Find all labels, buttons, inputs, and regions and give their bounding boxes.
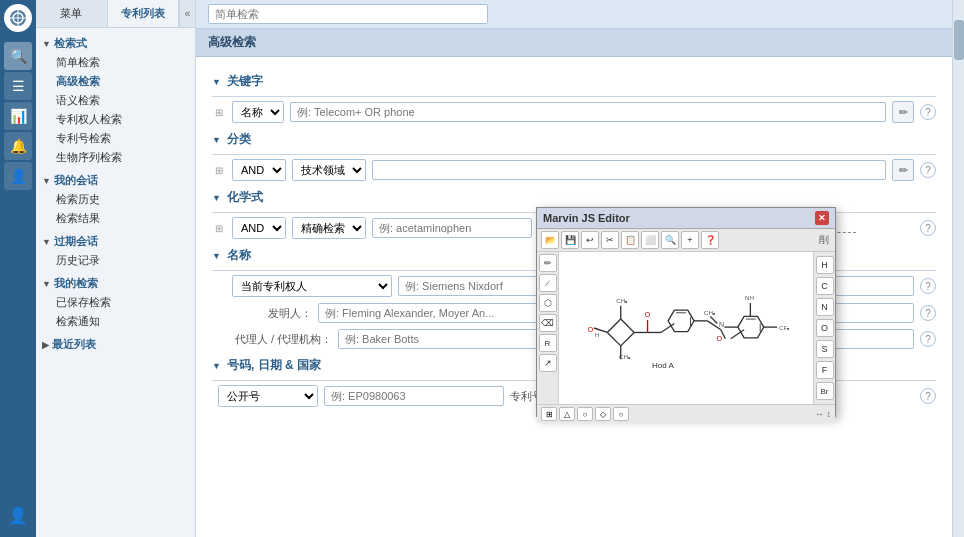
- rail-bell-icon[interactable]: 🔔: [4, 132, 32, 160]
- section-keyword-header[interactable]: ▼ 关键字: [212, 73, 936, 90]
- marvin-select-btn[interactable]: ⬜: [641, 231, 659, 249]
- marvin-N-element[interactable]: N: [816, 298, 834, 316]
- marvin-undo-btn[interactable]: ↩: [581, 231, 599, 249]
- pub-number-help-icon[interactable]: ?: [920, 388, 936, 404]
- tree-section-search: ▼ 检索式 简单检索 高级检索 语义检索 专利权人检索 专利号检索 生物序列检索: [40, 34, 191, 167]
- section-label: 我的检索: [54, 276, 98, 291]
- app-logo: [4, 4, 32, 32]
- section-chemical-label: 化学式: [227, 189, 263, 206]
- classification-input[interactable]: [372, 160, 886, 180]
- marvin-erase-tool[interactable]: ⌫: [539, 314, 557, 332]
- keyword-help-icon[interactable]: ?: [920, 104, 936, 120]
- marvin-O-element[interactable]: O: [816, 319, 834, 337]
- sidebar-item-saved-search[interactable]: 已保存检索: [40, 293, 191, 312]
- tab-menu[interactable]: 菜单: [36, 0, 108, 27]
- svg-text:CH₃: CH₃: [616, 297, 628, 304]
- classification-edit-icon[interactable]: ✏: [892, 159, 914, 181]
- sidebar-item-advanced-search[interactable]: 高级检索: [40, 72, 191, 91]
- svg-line-7: [607, 332, 620, 345]
- svg-line-5: [621, 319, 634, 332]
- pub-number-input[interactable]: [324, 386, 504, 406]
- advanced-search-form: ▼ 关键字 ⊞ 名称 ✏ ? ▼ 分类 ⊞ AN: [196, 57, 952, 537]
- classification-operator-select[interactable]: AND: [232, 159, 286, 181]
- marvin-zoom-btn[interactable]: 🔍: [661, 231, 679, 249]
- tree-section-expired-session-header[interactable]: ▼ 过期会话: [40, 232, 191, 251]
- sidebar-item-simple-search[interactable]: 简单检索: [40, 53, 191, 72]
- keyword-edit-icon[interactable]: ✏: [892, 101, 914, 123]
- marvin-draw-tool[interactable]: ✏: [539, 254, 557, 272]
- user-account-icon[interactable]: 👤: [4, 501, 32, 529]
- marvin-close-button[interactable]: ✕: [815, 211, 829, 225]
- marvin-arrow-tool[interactable]: ↗: [539, 354, 557, 372]
- keyword-field-select[interactable]: 名称: [232, 101, 284, 123]
- sidebar-item-history-records[interactable]: 历史记录: [40, 251, 191, 270]
- classification-help-icon[interactable]: ?: [920, 162, 936, 178]
- marvin-ring-tool[interactable]: ⬡: [539, 294, 557, 312]
- sidebar-item-search-notification[interactable]: 检索通知: [40, 312, 191, 331]
- tree-section-recent-list: ▶ 最近列表: [40, 335, 191, 354]
- chemical-method-select[interactable]: 精确检索: [292, 217, 366, 239]
- rail-chart-icon[interactable]: 📊: [4, 102, 32, 130]
- arrow-icon: ▼: [42, 176, 51, 186]
- marvin-C-element[interactable]: C: [816, 277, 834, 295]
- marvin-copy-btn[interactable]: 📋: [621, 231, 639, 249]
- marvin-bottom-btn-5[interactable]: ○: [613, 407, 629, 421]
- marvin-bottom-btn-1[interactable]: ⊞: [541, 407, 557, 421]
- section-classification-label: 分类: [227, 131, 251, 148]
- marvin-open-btn[interactable]: 📂: [541, 231, 559, 249]
- marvin-bottom-btn-4[interactable]: ◇: [595, 407, 611, 421]
- svg-text:O: O: [588, 326, 594, 334]
- marvin-left-tools: ✏ ⟋ ⬡ ⌫ R ↗: [537, 252, 559, 404]
- marvin-F-element[interactable]: F: [816, 361, 834, 379]
- inventor-help-icon[interactable]: ?: [920, 305, 936, 321]
- sidebar-tree: ▼ 检索式 简单检索 高级检索 语义检索 专利权人检索 专利号检索 生物序列检索…: [36, 28, 195, 537]
- marvin-r-group-tool[interactable]: R: [539, 334, 557, 352]
- marvin-cut-btn[interactable]: ✂: [601, 231, 619, 249]
- assignee-type-select[interactable]: 当前专利权人: [232, 275, 392, 297]
- marvin-save-btn[interactable]: 💾: [561, 231, 579, 249]
- sidebar-item-semantic-search[interactable]: 语义检索: [40, 91, 191, 110]
- tree-section-search-header[interactable]: ▼ 检索式: [40, 34, 191, 53]
- svg-text:Hod A: Hod A: [652, 361, 675, 370]
- section-arrow-icon: ▼: [212, 251, 221, 261]
- simple-search-input[interactable]: [208, 4, 488, 24]
- chemical-operator-select[interactable]: AND: [232, 217, 286, 239]
- sidebar-item-assignee-search[interactable]: 专利权人检索: [40, 110, 191, 129]
- marvin-add-btn[interactable]: +: [681, 231, 699, 249]
- rail-search-icon[interactable]: 🔍: [4, 42, 32, 70]
- scrollbar-thumb[interactable]: [954, 20, 964, 60]
- arrow-icon: ▶: [42, 340, 49, 350]
- marvin-S-element[interactable]: S: [816, 340, 834, 358]
- main-content: 高级检索 ▼ 关键字 ⊞ 名称 ✏ ? ▼ 分类: [196, 0, 952, 537]
- marvin-Br-element[interactable]: Br: [816, 382, 834, 400]
- section-arrow-icon: ▼: [212, 193, 221, 203]
- assignee-help-icon[interactable]: ?: [920, 278, 936, 294]
- marvin-help-btn[interactable]: ❓: [701, 231, 719, 249]
- classification-field-select[interactable]: 技术领域: [292, 159, 366, 181]
- section-chemical-header[interactable]: ▼ 化学式: [212, 189, 936, 206]
- sidebar-item-bio-search[interactable]: 生物序列检索: [40, 148, 191, 167]
- chemical-input[interactable]: [372, 218, 532, 238]
- classification-row: ⊞ AND 技术领域 ✏ ?: [212, 159, 936, 181]
- rail-list-icon[interactable]: ☰: [4, 72, 32, 100]
- tab-patent-list[interactable]: 专利列表: [108, 0, 180, 27]
- sidebar-collapse-button[interactable]: «: [179, 0, 195, 27]
- keyword-input[interactable]: [290, 102, 886, 122]
- section-classification-header[interactable]: ▼ 分类: [212, 131, 936, 148]
- rail-user-icon[interactable]: 👤: [4, 162, 32, 190]
- tree-section-recent-list-header[interactable]: ▶ 最近列表: [40, 335, 191, 354]
- sidebar-item-search-history[interactable]: 检索历史: [40, 190, 191, 209]
- marvin-H-element[interactable]: H: [816, 256, 834, 274]
- pub-number-type-select[interactable]: 公开号: [218, 385, 318, 407]
- marvin-bond-tool[interactable]: ⟋: [539, 274, 557, 292]
- chemical-help-icon[interactable]: ?: [920, 220, 936, 236]
- marvin-bottom-btn-3[interactable]: ○: [577, 407, 593, 421]
- agent-help-icon[interactable]: ?: [920, 331, 936, 347]
- marvin-bottom-btn-2[interactable]: △: [559, 407, 575, 421]
- marvin-canvas[interactable]: O H CH₃ CH₃ O: [559, 252, 813, 404]
- scrollbar[interactable]: [952, 0, 964, 537]
- sidebar-item-search-results[interactable]: 检索结果: [40, 209, 191, 228]
- sidebar-item-patent-num-search[interactable]: 专利号检索: [40, 129, 191, 148]
- tree-section-my-session-header[interactable]: ▼ 我的会话: [40, 171, 191, 190]
- tree-section-my-search-header[interactable]: ▼ 我的检索: [40, 274, 191, 293]
